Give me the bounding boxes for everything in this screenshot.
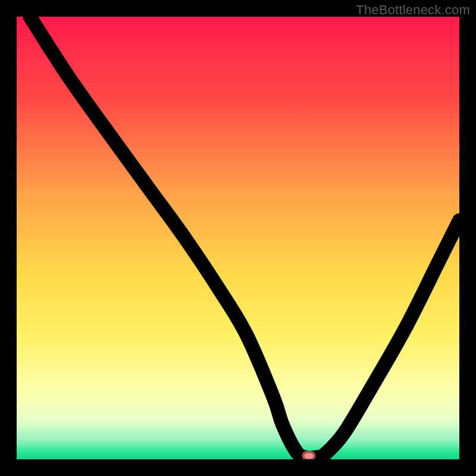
watermark-text: TheBottleneck.com [356,2,470,18]
gradient-background [17,17,459,459]
plot-area [17,17,459,459]
chart-frame: TheBottleneck.com [0,0,476,476]
chart-svg [17,17,459,459]
optimal-point-marker [303,452,314,459]
